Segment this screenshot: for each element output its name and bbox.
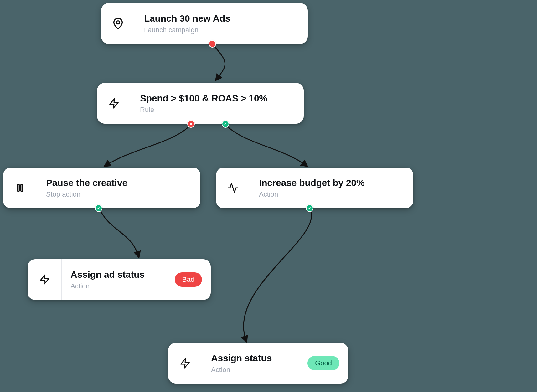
node-title: Assign ad status bbox=[70, 269, 145, 280]
node-title: Assign status bbox=[211, 353, 272, 364]
connector-increase-to-assigngood bbox=[244, 208, 312, 341]
connector-pause-to-assignbad bbox=[99, 208, 139, 257]
bolt-icon bbox=[168, 343, 202, 384]
bolt-icon bbox=[97, 83, 131, 124]
connector-dot-green-check: ✓ bbox=[222, 120, 229, 128]
node-launch[interactable]: Launch 30 new Ads Launch campaign bbox=[101, 3, 308, 44]
pause-icon bbox=[3, 168, 37, 208]
node-subtitle: Stop action bbox=[46, 190, 192, 199]
node-subtitle: Action bbox=[70, 282, 145, 290]
connector-dot-red bbox=[209, 40, 216, 48]
svg-marker-5 bbox=[181, 358, 189, 368]
status-badge-good: Good bbox=[307, 356, 339, 370]
svg-rect-3 bbox=[21, 184, 23, 191]
activity-icon bbox=[216, 168, 250, 208]
svg-point-0 bbox=[116, 21, 120, 24]
connector-rule-to-increase bbox=[225, 125, 307, 166]
connector-launch-to-rule bbox=[212, 44, 225, 80]
node-subtitle: Launch campaign bbox=[144, 26, 299, 34]
node-subtitle: Rule bbox=[140, 106, 295, 114]
node-increase[interactable]: Increase budget by 20% Action bbox=[216, 168, 413, 208]
svg-marker-1 bbox=[110, 99, 118, 108]
node-title: Pause the creative bbox=[46, 177, 192, 188]
node-assign-bad[interactable]: Assign ad status Action Bad bbox=[28, 259, 211, 300]
svg-rect-2 bbox=[18, 184, 19, 191]
node-subtitle: Action bbox=[211, 366, 272, 374]
node-title: Launch 30 new Ads bbox=[144, 13, 299, 24]
node-title: Spend > $100 & ROAS > 10% bbox=[140, 93, 295, 104]
connector-dot-green-check: ✓ bbox=[95, 204, 102, 212]
workflow-canvas: Launch 30 new Ads Launch campaign Spend … bbox=[0, 0, 537, 392]
node-title: Increase budget by 20% bbox=[259, 177, 405, 188]
map-pin-icon bbox=[101, 3, 135, 44]
connector-dot-green-check: ✓ bbox=[306, 204, 313, 212]
status-badge-bad: Bad bbox=[175, 272, 202, 287]
connector-dot-red-x: ✕ bbox=[187, 120, 195, 128]
svg-marker-4 bbox=[40, 275, 49, 284]
node-assign-good[interactable]: Assign status Action Good bbox=[168, 343, 348, 384]
bolt-icon bbox=[28, 259, 62, 300]
node-subtitle: Action bbox=[259, 190, 405, 199]
connector-rule-to-pause bbox=[105, 125, 191, 166]
node-rule[interactable]: Spend > $100 & ROAS > 10% Rule bbox=[97, 83, 304, 124]
node-pause[interactable]: Pause the creative Stop action bbox=[3, 168, 200, 208]
